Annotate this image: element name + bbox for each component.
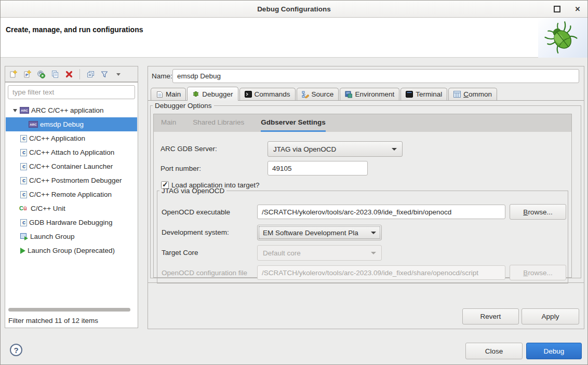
new-configuration-icon[interactable] (8, 70, 18, 79)
launch-deprecated-icon (20, 248, 25, 254)
editor-tabs: Main Debugger Commands Source (151, 87, 497, 101)
port-number-label: Port number: (161, 165, 201, 173)
debug-configurations-dialog: Debug Configurations ✕ Create, manage, a… (0, 0, 588, 365)
arc-app-icon (29, 121, 38, 128)
apply-button[interactable]: Apply (522, 308, 579, 325)
table-icon (453, 91, 461, 98)
debugger-options-group: Debugger Options Main Shared Libraries G… (150, 102, 581, 278)
debugger-options-legend: Debugger Options (153, 102, 214, 110)
arc-app-icon (20, 107, 29, 114)
document-icon (156, 91, 163, 98)
tab-debugger[interactable]: Debugger (187, 87, 238, 101)
cpp-unit-icon: Cü (19, 205, 29, 212)
export-configurations-icon[interactable] (36, 70, 46, 79)
titlebar[interactable]: Debug Configurations ✕ (1, 1, 587, 18)
terminal-icon (406, 91, 413, 98)
debugger-tab-content: Debugger Options Main Shared Libraries G… (148, 100, 584, 283)
header-title: Create, manage, and run configurations (6, 25, 143, 34)
subtab-main[interactable]: Main (161, 114, 176, 132)
tab-main[interactable]: Main (151, 88, 186, 100)
tab-common[interactable]: Common (448, 88, 497, 100)
openocd-executable-input[interactable] (257, 205, 505, 219)
window-title: Debug Configurations (257, 5, 331, 13)
tab-environment[interactable]: Environment (340, 88, 399, 100)
port-number-input[interactable] (268, 161, 368, 175)
target-core-label: Target Core (162, 249, 198, 257)
tree-item-cpp-attach[interactable]: C/C++ Attach to Application (6, 145, 137, 159)
name-label: Name: (152, 72, 172, 80)
tree-item-emsdp-debug[interactable]: emsdp Debug (6, 117, 137, 131)
configurations-tree-panel: ARC C/C++ application emsdp Debug C/C++ … (5, 82, 138, 328)
tree-item-gdb-hardware[interactable]: GDB Hardware Debugging (6, 215, 137, 229)
subtab-shared-libraries[interactable]: Shared Libraries (193, 114, 244, 132)
debug-button[interactable]: Debug (526, 343, 582, 359)
question-mark-icon: ? (14, 346, 18, 355)
tree-item-launch-group-deprecated[interactable]: Launch Group (Deprecated) (6, 244, 137, 258)
openocd-config-file-input (257, 265, 505, 280)
debugger-subtabs: Main Shared Libraries Gdbserver Settings (154, 114, 571, 132)
filter-status: Filter matched 11 of 12 items (8, 317, 98, 325)
configurations-tree: ARC C/C++ application emsdp Debug C/C++ … (6, 103, 137, 258)
tree-item-cpp-container[interactable]: C/C++ Container Launcher (6, 159, 137, 173)
expander-icon[interactable] (13, 109, 17, 112)
tree-item-cpp-application[interactable]: C/C++ Application (6, 131, 137, 145)
tree-item-cpp-remote[interactable]: C/C++ Remote Application (6, 187, 137, 201)
help-button[interactable]: ? (10, 344, 22, 356)
configurations-toolbar: P (5, 66, 138, 82)
source-icon (302, 91, 309, 98)
development-system-combobox[interactable]: EM Software Development Pla (257, 225, 382, 240)
c-app-icon (20, 163, 27, 170)
tab-source[interactable]: Source (297, 88, 339, 100)
chevron-down-icon (371, 232, 376, 234)
tab-commands[interactable]: Commands (239, 88, 296, 100)
c-app-icon (20, 149, 27, 156)
toolbar-separator (79, 69, 80, 79)
c-app-icon (20, 135, 27, 142)
filter-menu-arrow-icon[interactable] (114, 70, 123, 79)
tree-horizontal-scrollbar[interactable] (8, 308, 130, 312)
development-system-label: Development system: (162, 228, 229, 237)
new-prototype-icon[interactable]: P (22, 70, 32, 79)
collapse-all-icon[interactable] (86, 70, 95, 79)
revert-button[interactable]: Revert (462, 308, 519, 325)
maximize-icon[interactable] (552, 5, 562, 14)
delete-configuration-icon[interactable] (64, 70, 74, 79)
filter-icon[interactable] (100, 70, 109, 79)
bug-icon (192, 90, 199, 98)
console-icon (245, 91, 252, 98)
tree-item-cpp-postmortem[interactable]: C/C++ Postmortem Debugger (6, 173, 137, 187)
svg-text:P: P (25, 73, 29, 77)
subtab-gdbserver-settings[interactable]: Gdbserver Settings (261, 114, 326, 132)
c-app-icon (20, 177, 27, 184)
c-app-icon (20, 219, 27, 226)
gdb-server-combobox[interactable]: JTAG via OpenOCD (268, 141, 403, 157)
debug-bug-icon (544, 20, 578, 55)
jtag-openocd-legend: JTAG via OpenOCD (159, 187, 226, 195)
tree-item-cpp-unit[interactable]: Cü C/C++ Unit (6, 201, 137, 215)
duplicate-configuration-icon[interactable] (50, 70, 60, 79)
environment-icon (345, 91, 352, 98)
dialog-header: Create, manage, and run configurations (1, 18, 587, 58)
chevron-down-icon (392, 148, 397, 151)
openocd-executable-label: OpenOCD executable (162, 208, 230, 217)
tree-item-launch-group[interactable]: Launch Group (6, 229, 137, 244)
tab-terminal[interactable]: Terminal (400, 88, 447, 100)
openocd-config-file-browse-button: Browse... (510, 265, 566, 280)
tree-item-arc-application[interactable]: ARC C/C++ application (6, 103, 137, 117)
jtag-openocd-group: JTAG via OpenOCD OpenOCD executable Brow… (157, 187, 568, 283)
gdb-server-label: ARC GDB Server: (161, 145, 217, 153)
name-input[interactable] (172, 69, 579, 83)
openocd-executable-browse-button[interactable]: Browse... (510, 204, 566, 220)
close-icon[interactable]: ✕ (573, 5, 582, 14)
configuration-editor-panel: Name: Main Debugger Commands (148, 66, 584, 329)
target-core-combobox: Default core (257, 245, 382, 261)
filter-input[interactable] (8, 85, 135, 99)
gdbserver-settings-form: ARC GDB Server: JTAG via OpenOCD Port nu… (154, 132, 571, 277)
close-button[interactable]: Close (465, 343, 523, 359)
chevron-down-icon (371, 252, 376, 254)
launch-group-icon (20, 233, 28, 240)
debugger-options-composite: Main Shared Libraries Gdbserver Settings… (153, 114, 572, 278)
c-app-icon (20, 191, 27, 198)
openocd-config-file-label: OpenOCD configuration file (162, 269, 247, 277)
